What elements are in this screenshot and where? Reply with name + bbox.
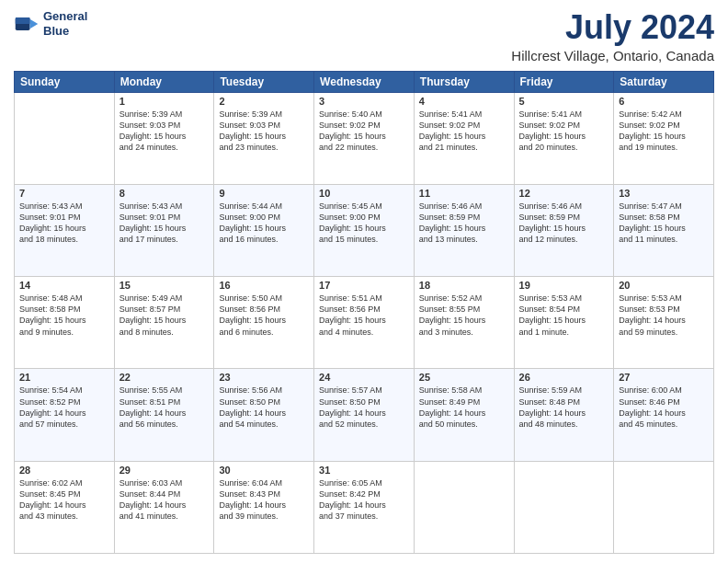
cell-content: Sunrise: 5:55 AM Sunset: 8:51 PM Dayligh… bbox=[119, 385, 210, 430]
day-number: 17 bbox=[319, 280, 409, 291]
cell-content: Sunrise: 5:42 AM Sunset: 9:02 PM Dayligh… bbox=[619, 109, 709, 154]
weekday-header: Tuesday bbox=[214, 71, 314, 92]
calendar-cell: 11Sunrise: 5:46 AM Sunset: 8:59 PM Dayli… bbox=[414, 184, 514, 276]
calendar-cell: 6Sunrise: 5:42 AM Sunset: 9:02 PM Daylig… bbox=[614, 92, 714, 184]
calendar-page: General Blue July 2024 Hillcrest Village… bbox=[0, 0, 728, 563]
calendar-cell: 22Sunrise: 5:55 AM Sunset: 8:51 PM Dayli… bbox=[114, 369, 214, 461]
cell-content: Sunrise: 5:40 AM Sunset: 9:02 PM Dayligh… bbox=[319, 109, 409, 154]
cell-content: Sunrise: 5:39 AM Sunset: 9:03 PM Dayligh… bbox=[119, 109, 210, 154]
weekday-header: Sunday bbox=[15, 71, 115, 92]
day-number: 28 bbox=[19, 465, 109, 476]
calendar-cell: 8Sunrise: 5:43 AM Sunset: 9:01 PM Daylig… bbox=[114, 184, 214, 276]
calendar-cell: 12Sunrise: 5:46 AM Sunset: 8:59 PM Dayli… bbox=[514, 184, 614, 276]
day-number: 14 bbox=[19, 280, 109, 291]
calendar-cell: 15Sunrise: 5:49 AM Sunset: 8:57 PM Dayli… bbox=[114, 277, 214, 369]
day-number: 16 bbox=[219, 280, 309, 291]
title-block: July 2024 Hillcrest Village, Ontario, Ca… bbox=[511, 9, 714, 63]
weekday-header: Thursday bbox=[414, 71, 514, 92]
svg-marker-1 bbox=[30, 18, 39, 29]
day-number: 1 bbox=[119, 96, 210, 107]
cell-content: Sunrise: 6:03 AM Sunset: 8:44 PM Dayligh… bbox=[119, 477, 210, 523]
cell-content: Sunrise: 5:39 AM Sunset: 9:03 PM Dayligh… bbox=[219, 109, 309, 154]
weekday-header: Wednesday bbox=[314, 71, 415, 92]
cell-content: Sunrise: 6:05 AM Sunset: 8:42 PM Dayligh… bbox=[319, 477, 409, 523]
cell-content: Sunrise: 5:51 AM Sunset: 8:56 PM Dayligh… bbox=[319, 293, 409, 338]
cell-content: Sunrise: 5:49 AM Sunset: 8:57 PM Dayligh… bbox=[119, 293, 210, 338]
day-number: 13 bbox=[619, 188, 709, 199]
day-number: 30 bbox=[219, 465, 309, 476]
day-number: 15 bbox=[119, 280, 210, 291]
cell-content: Sunrise: 5:57 AM Sunset: 8:50 PM Dayligh… bbox=[319, 385, 409, 430]
calendar-cell: 3Sunrise: 5:40 AM Sunset: 9:02 PM Daylig… bbox=[314, 92, 415, 184]
calendar-cell: 30Sunrise: 6:04 AM Sunset: 8:43 PM Dayli… bbox=[214, 461, 314, 553]
day-number: 31 bbox=[319, 465, 409, 476]
day-number: 12 bbox=[519, 188, 609, 199]
calendar-cell: 29Sunrise: 6:03 AM Sunset: 8:44 PM Dayli… bbox=[114, 461, 214, 553]
cell-content: Sunrise: 5:46 AM Sunset: 8:59 PM Dayligh… bbox=[419, 201, 509, 246]
cell-content: Sunrise: 5:58 AM Sunset: 8:49 PM Dayligh… bbox=[419, 385, 509, 430]
cell-content: Sunrise: 5:50 AM Sunset: 8:56 PM Dayligh… bbox=[219, 293, 309, 338]
weekday-header: Friday bbox=[514, 71, 614, 92]
day-number: 29 bbox=[119, 465, 210, 476]
calendar-cell: 1Sunrise: 5:39 AM Sunset: 9:03 PM Daylig… bbox=[114, 92, 214, 184]
cell-content: Sunrise: 5:43 AM Sunset: 9:01 PM Dayligh… bbox=[119, 201, 210, 246]
calendar-week-row: 21Sunrise: 5:54 AM Sunset: 8:52 PM Dayli… bbox=[15, 369, 714, 461]
day-number: 25 bbox=[419, 372, 509, 383]
calendar-cell: 31Sunrise: 6:05 AM Sunset: 8:42 PM Dayli… bbox=[314, 461, 415, 553]
calendar-cell: 28Sunrise: 6:02 AM Sunset: 8:45 PM Dayli… bbox=[15, 461, 115, 553]
header: General Blue July 2024 Hillcrest Village… bbox=[14, 9, 714, 63]
weekday-header: Monday bbox=[114, 71, 214, 92]
calendar-cell: 5Sunrise: 5:41 AM Sunset: 9:02 PM Daylig… bbox=[514, 92, 614, 184]
calendar-week-row: 28Sunrise: 6:02 AM Sunset: 8:45 PM Dayli… bbox=[15, 461, 714, 553]
calendar-cell: 10Sunrise: 5:45 AM Sunset: 9:00 PM Dayli… bbox=[314, 184, 415, 276]
weekday-header: Saturday bbox=[614, 71, 714, 92]
calendar-cell bbox=[514, 461, 614, 553]
calendar-cell: 25Sunrise: 5:58 AM Sunset: 8:49 PM Dayli… bbox=[414, 369, 514, 461]
cell-content: Sunrise: 5:56 AM Sunset: 8:50 PM Dayligh… bbox=[219, 385, 309, 430]
calendar-cell bbox=[414, 461, 514, 553]
cell-content: Sunrise: 5:53 AM Sunset: 8:54 PM Dayligh… bbox=[519, 293, 609, 338]
calendar-cell: 9Sunrise: 5:44 AM Sunset: 9:00 PM Daylig… bbox=[214, 184, 314, 276]
calendar-table: SundayMondayTuesdayWednesdayThursdayFrid… bbox=[14, 71, 714, 554]
calendar-cell: 2Sunrise: 5:39 AM Sunset: 9:03 PM Daylig… bbox=[214, 92, 314, 184]
calendar-cell: 16Sunrise: 5:50 AM Sunset: 8:56 PM Dayli… bbox=[214, 277, 314, 369]
calendar-cell: 26Sunrise: 5:59 AM Sunset: 8:48 PM Dayli… bbox=[514, 369, 614, 461]
logo-text: General Blue bbox=[43, 9, 87, 38]
day-number: 8 bbox=[119, 188, 210, 199]
calendar-cell: 14Sunrise: 5:48 AM Sunset: 8:58 PM Dayli… bbox=[15, 277, 115, 369]
day-number: 5 bbox=[519, 96, 609, 107]
calendar-week-row: 14Sunrise: 5:48 AM Sunset: 8:58 PM Dayli… bbox=[15, 277, 714, 369]
cell-content: Sunrise: 5:46 AM Sunset: 8:59 PM Dayligh… bbox=[519, 201, 609, 246]
svg-rect-2 bbox=[16, 17, 30, 24]
cell-content: Sunrise: 5:48 AM Sunset: 8:58 PM Dayligh… bbox=[19, 293, 109, 338]
day-number: 10 bbox=[319, 188, 409, 199]
calendar-cell: 19Sunrise: 5:53 AM Sunset: 8:54 PM Dayli… bbox=[514, 277, 614, 369]
calendar-week-row: 7Sunrise: 5:43 AM Sunset: 9:01 PM Daylig… bbox=[15, 184, 714, 276]
calendar-cell: 7Sunrise: 5:43 AM Sunset: 9:01 PM Daylig… bbox=[15, 184, 115, 276]
calendar-cell: 18Sunrise: 5:52 AM Sunset: 8:55 PM Dayli… bbox=[414, 277, 514, 369]
cell-content: Sunrise: 5:45 AM Sunset: 9:00 PM Dayligh… bbox=[319, 201, 409, 246]
day-number: 3 bbox=[319, 96, 409, 107]
calendar-cell: 21Sunrise: 5:54 AM Sunset: 8:52 PM Dayli… bbox=[15, 369, 115, 461]
logo-icon bbox=[14, 11, 40, 37]
day-number: 21 bbox=[19, 372, 109, 383]
day-number: 27 bbox=[619, 372, 709, 383]
cell-content: Sunrise: 6:00 AM Sunset: 8:46 PM Dayligh… bbox=[619, 385, 709, 430]
calendar-cell: 4Sunrise: 5:41 AM Sunset: 9:02 PM Daylig… bbox=[414, 92, 514, 184]
day-number: 7 bbox=[19, 188, 109, 199]
weekday-header-row: SundayMondayTuesdayWednesdayThursdayFrid… bbox=[15, 71, 714, 92]
cell-content: Sunrise: 5:41 AM Sunset: 9:02 PM Dayligh… bbox=[419, 109, 509, 154]
day-number: 2 bbox=[219, 96, 309, 107]
logo: General Blue bbox=[14, 9, 87, 38]
day-number: 22 bbox=[119, 372, 210, 383]
calendar-cell: 27Sunrise: 6:00 AM Sunset: 8:46 PM Dayli… bbox=[614, 369, 714, 461]
day-number: 20 bbox=[619, 280, 709, 291]
day-number: 18 bbox=[419, 280, 509, 291]
cell-content: Sunrise: 5:41 AM Sunset: 9:02 PM Dayligh… bbox=[519, 109, 609, 154]
calendar-cell: 13Sunrise: 5:47 AM Sunset: 8:58 PM Dayli… bbox=[614, 184, 714, 276]
cell-content: Sunrise: 5:59 AM Sunset: 8:48 PM Dayligh… bbox=[519, 385, 609, 430]
calendar-cell: 24Sunrise: 5:57 AM Sunset: 8:50 PM Dayli… bbox=[314, 369, 415, 461]
cell-content: Sunrise: 5:47 AM Sunset: 8:58 PM Dayligh… bbox=[619, 201, 709, 246]
calendar-cell: 17Sunrise: 5:51 AM Sunset: 8:56 PM Dayli… bbox=[314, 277, 415, 369]
cell-content: Sunrise: 6:02 AM Sunset: 8:45 PM Dayligh… bbox=[19, 477, 109, 523]
